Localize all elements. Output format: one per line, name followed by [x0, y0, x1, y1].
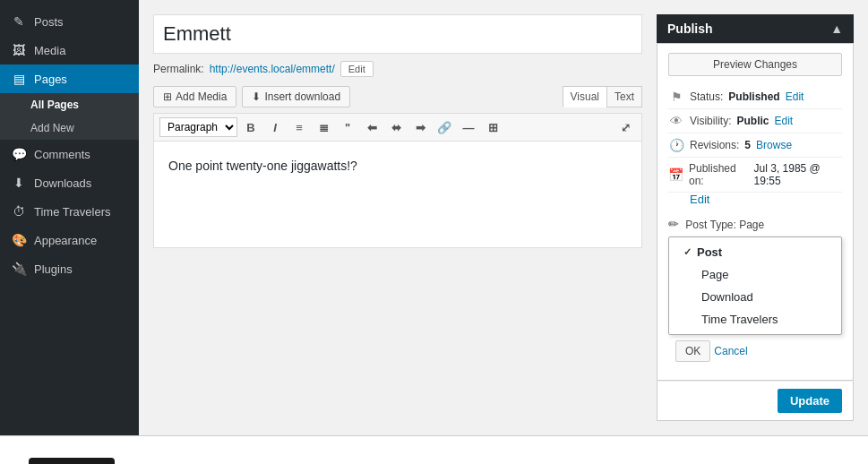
align-left-button[interactable]: ⬅ — [361, 117, 382, 137]
downloads-icon: ⬇ — [11, 176, 27, 190]
text-tab[interactable]: Text — [606, 86, 642, 107]
post-type-label: ✏ Post Type: Page — [668, 217, 842, 231]
update-button[interactable]: Update — [778, 389, 842, 413]
link-button[interactable]: 🔗 — [434, 117, 455, 137]
paragraph-select[interactable]: Paragraph — [159, 117, 237, 137]
check-icon: ✓ — [683, 246, 692, 258]
appearance-icon: 🎨 — [11, 233, 27, 247]
horizontal-rule-button[interactable]: — — [458, 117, 479, 137]
revisions-row: 🕐 Revisions: 5 Browse — [668, 133, 842, 158]
permalink-bar: Permalink: http://events.local/emmett/ E… — [153, 61, 642, 77]
editor-body[interactable]: One point twenty-one jiggawatts!? — [153, 141, 642, 248]
blockquote-button[interactable]: " — [337, 117, 358, 137]
editor-content: One point twenty-one jiggawatts!? — [168, 156, 627, 176]
dropdown-item-post[interactable]: ✓ Post — [669, 241, 841, 263]
time-travelers-icon: ⏱ — [11, 204, 27, 219]
sidebar-sub-all-pages[interactable]: All Pages — [0, 93, 139, 116]
posts-icon: ✎ — [11, 14, 27, 29]
revisions-label: Revisions: — [690, 139, 739, 151]
visibility-row: 👁 Visibility: Public Edit — [668, 109, 842, 133]
permalink-label: Permalink: — [153, 63, 204, 75]
publish-box: Publish ▲ Preview Changes ⚑ Status: Publ… — [657, 14, 854, 421]
visibility-edit-link[interactable]: Edit — [774, 115, 793, 127]
format-toolbar: Paragraph B I ≡ ≣ " ⬅ ⬌ ➡ 🔗 — ⊞ ⤢ — [153, 113, 642, 141]
main-content: Permalink: http://events.local/emmett/ E… — [139, 0, 868, 435]
add-media-icon: ⊞ — [163, 90, 172, 103]
post-title-input[interactable] — [153, 14, 642, 54]
dropdown-item-page[interactable]: Page — [669, 263, 841, 286]
preview-changes-button[interactable]: Preview Changes — [668, 53, 842, 76]
revisions-browse-link[interactable]: Browse — [756, 139, 792, 151]
align-right-button[interactable]: ➡ — [409, 117, 431, 137]
revisions-value: 5 — [744, 139, 751, 151]
permalink-edit-button[interactable]: Edit — [340, 61, 374, 77]
dropdown-menu: ✓ Post Page Download — [668, 236, 842, 335]
published-edit-link[interactable]: Edit — [690, 193, 709, 206]
pages-icon: ▤ — [11, 72, 27, 86]
pages-submenu: All Pages Add New — [0, 93, 139, 140]
ul-button[interactable]: ≡ — [288, 117, 310, 137]
sidebar-item-pages[interactable]: ▤ Pages — [0, 64, 139, 93]
visibility-value: Public — [736, 115, 769, 127]
sidebar-item-appearance[interactable]: 🎨 Appearance — [0, 226, 139, 254]
publish-footer: Update — [657, 381, 854, 421]
post-type-dropdown: ✓ Post Page Download — [668, 236, 842, 367]
sidebar-item-plugins[interactable]: 🔌 Plugins — [0, 254, 139, 283]
plugin-section: P T S Post Type Switcher By John James J… — [0, 435, 868, 464]
cancel-link[interactable]: Cancel — [714, 345, 747, 357]
published-row: 📅 Published on: Jul 3, 1985 @ 19:55 — [668, 158, 842, 193]
ol-button[interactable]: ≣ — [313, 117, 334, 137]
insert-download-button[interactable]: ⬇ Insert download — [242, 86, 350, 107]
permalink-url[interactable]: http://events.local/emmett/ — [210, 63, 335, 75]
more-button[interactable]: ⊞ — [482, 117, 503, 137]
ok-button[interactable]: OK — [675, 340, 710, 362]
publish-body: Preview Changes ⚑ Status: Published Edit… — [657, 43, 854, 381]
published-label: Published on: — [689, 162, 749, 187]
comments-icon: 💬 — [11, 147, 27, 161]
post-type-row: ✏ Post Type: Page ✓ Post — [668, 210, 842, 371]
dropdown-actions: OK Cancel — [668, 335, 842, 367]
revisions-icon: 🕐 — [668, 138, 684, 152]
dropdown-item-download[interactable]: Download — [669, 286, 841, 308]
status-row: ⚑ Status: Published Edit — [668, 85, 842, 109]
collapse-icon[interactable]: ▲ — [830, 21, 843, 36]
visibility-icon: 👁 — [668, 114, 684, 128]
sidebar-item-time-travelers[interactable]: ⏱ Time Travelers — [0, 197, 139, 226]
bold-button[interactable]: B — [240, 117, 262, 137]
publish-title: Publish — [667, 21, 713, 36]
status-icon: ⚑ — [668, 90, 684, 104]
expand-toolbar-button[interactable]: ⤢ — [614, 117, 636, 137]
add-media-button[interactable]: ⊞ Add Media — [153, 86, 236, 107]
published-value: Jul 3, 1985 @ 19:55 — [754, 162, 842, 187]
media-icon: 🖼 — [11, 43, 27, 57]
editor-toolbar-top: ⊞ Add Media ⬇ Insert download Visual Tex… — [153, 86, 642, 107]
sidebar-item-comments[interactable]: 💬 Comments — [0, 140, 139, 168]
published-icon: 📅 — [668, 168, 683, 182]
italic-button[interactable]: I — [264, 117, 286, 137]
sidebar-item-downloads[interactable]: ⬇ Downloads — [0, 168, 139, 197]
publish-header: Publish ▲ — [657, 14, 854, 43]
sidebar: ✎ Posts 🖼 Media ▤ Pages All Pages Add Ne… — [0, 0, 139, 435]
visual-tab[interactable]: Visual — [563, 86, 606, 107]
editor-area: Permalink: http://events.local/emmett/ E… — [153, 14, 642, 421]
plugins-icon: 🔌 — [11, 262, 27, 276]
status-edit-link[interactable]: Edit — [786, 90, 804, 103]
post-type-icon: ✏ — [668, 217, 679, 231]
sidebar-item-media[interactable]: 🖼 Media — [0, 36, 139, 64]
status-value: Published — [728, 90, 779, 103]
sidebar-sub-add-new[interactable]: Add New — [0, 116, 139, 140]
insert-download-icon: ⬇ — [252, 90, 261, 103]
visual-text-tabs: Visual Text — [563, 86, 642, 107]
dropdown-item-time-travelers[interactable]: Time Travelers — [669, 308, 841, 331]
sidebar-item-posts[interactable]: ✎ Posts — [0, 7, 139, 36]
status-label: Status: — [690, 90, 723, 103]
visibility-label: Visibility: — [690, 115, 731, 127]
plugin-logo: P T S — [29, 458, 115, 464]
align-center-button[interactable]: ⬌ — [385, 117, 407, 137]
post-type-value: Page — [739, 219, 764, 231]
